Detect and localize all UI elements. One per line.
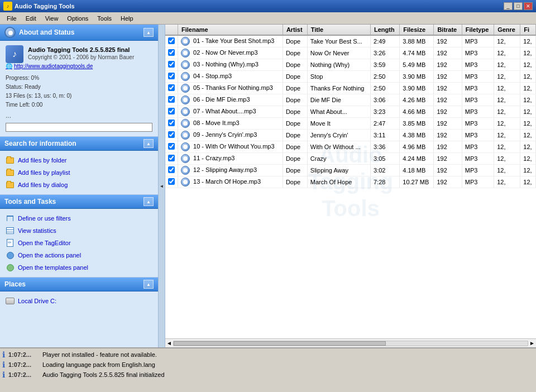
scroll-track[interactable] [173, 341, 528, 346]
row-filetype: MP3 [462, 59, 494, 71]
menu-options[interactable]: Options [63, 14, 93, 23]
table-header-row: Filename Artist Title Length Filesize Bi… [165, 25, 536, 35]
scroll-thumb[interactable] [174, 341, 386, 346]
close-button[interactable]: ✕ [524, 2, 533, 10]
status-line: ℹ 1:07:2... Audio Tagging Tools 2.5.5.82… [2, 370, 534, 380]
open-tageditor[interactable]: Open the TagEditor [6, 237, 152, 249]
define-filters[interactable]: Define or use filters [6, 212, 152, 224]
table-row[interactable]: 12 - Slipping Away.mp3 Dope Slipping Awa… [165, 165, 536, 176]
open-actions-panel[interactable]: Open the actions panel [6, 249, 152, 261]
scroll-left-btn[interactable]: ◄ [166, 340, 172, 346]
local-drive-c[interactable]: Local Drive C: [6, 295, 152, 307]
row-checkbox[interactable] [165, 118, 178, 130]
row-filesize: 10.27 MB [400, 176, 434, 188]
search-collapse-button[interactable]: ▲ [143, 139, 154, 148]
table-row[interactable]: 11 - Crazy.mp3 Dope Crazy 3:05 4.24 MB 1… [165, 153, 536, 165]
menu-edit[interactable]: Edit [21, 14, 41, 23]
table-row[interactable]: 04 - Stop.mp3 Dope Stop 2:50 3.90 MB 192… [165, 71, 536, 83]
table-row[interactable]: 06 - Die MF Die.mp3 Dope Die MF Die 3:06… [165, 94, 536, 106]
row-filename: 04 - Stop.mp3 [178, 71, 283, 83]
files-text: 13 Files (s: 13, us: 0, m: 0) [6, 92, 152, 101]
about-collapse-button[interactable]: ▲ [143, 28, 154, 37]
table-row[interactable]: 09 - Jenny's Cryin'.mp3 Dope Jenny's Cry… [165, 130, 536, 141]
table-row[interactable]: 02 - Now Or Never.mp3 Dope Now Or Never … [165, 47, 536, 59]
minimize-button[interactable]: _ [504, 2, 513, 10]
cd-icon [4, 27, 16, 38]
table-row[interactable]: 08 - Move It.mp3 Dope Move It 2:47 3.85 … [165, 118, 536, 130]
row-length: 2:50 [371, 83, 400, 94]
row-filename: 09 - Jenny's Cryin'.mp3 [178, 130, 283, 141]
row-length: 3:23 [371, 106, 400, 118]
menu-view[interactable]: View [41, 14, 63, 23]
col-bitrate[interactable]: Bitrate [434, 25, 462, 35]
row-checkbox[interactable] [165, 59, 178, 71]
menu-file[interactable]: File [2, 14, 21, 23]
table-row[interactable]: 10 - With Or Without You.mp3 Dope With O… [165, 141, 536, 153]
places-collapse-button[interactable]: ▲ [143, 280, 154, 289]
panel-scroll-arrow[interactable]: ◄ [159, 25, 165, 347]
playlist-icon [6, 168, 15, 177]
add-files-folder[interactable]: Add files by folder [6, 154, 152, 166]
row-checkbox[interactable] [165, 83, 178, 94]
table-row[interactable]: 03 - Nothing (Why).mp3 Dope Nothing (Why… [165, 59, 536, 71]
menu-bar: File Edit View Options Tools Help [0, 12, 536, 25]
col-filetype[interactable]: Filetype [462, 25, 494, 35]
col-length[interactable]: Length [371, 25, 400, 35]
maximize-button[interactable]: □ [514, 2, 523, 10]
row-checkbox[interactable] [165, 35, 178, 47]
table-row[interactable]: 07 - What About....mp3 Dope What About..… [165, 106, 536, 118]
add-files-dialog[interactable]: Add files by dialog [6, 179, 152, 191]
search-section: Search for information ▲ Add files by fo… [0, 137, 158, 195]
music-note-icon [181, 37, 190, 46]
filter-icon [6, 214, 15, 223]
row-artist: Dope [283, 59, 307, 71]
file-list-container[interactable]: AudioTaggingTools Filename Artist Title … [165, 25, 536, 338]
link-icon: 🌐 [6, 63, 12, 69]
row-checkbox[interactable] [165, 71, 178, 83]
row-title: With Or Without ... [307, 141, 370, 153]
status-line: ℹ 1:07:2... Player not installed - featu… [2, 350, 534, 360]
status-message: Audio Tagging Tools 2.5.5.825 final init… [42, 371, 165, 378]
status-message: Loading language pack from English.lang [42, 361, 155, 368]
col-title[interactable]: Title [307, 25, 370, 35]
col-filesize[interactable]: Filesize [400, 25, 434, 35]
row-fi: 12, [520, 141, 536, 153]
row-checkbox[interactable] [165, 47, 178, 59]
open-templates-panel[interactable]: Open the templates panel [6, 261, 152, 274]
music-note-icon [181, 119, 190, 128]
table-row[interactable]: 05 - Thanks For Nothing.mp3 Dope Thanks … [165, 83, 536, 94]
row-checkbox[interactable] [165, 141, 178, 153]
add-files-playlist[interactable]: Add files by playlist [6, 166, 152, 179]
row-filename: 06 - Die MF Die.mp3 [178, 94, 283, 106]
about-header: About and Status ▲ [0, 25, 158, 41]
row-checkbox[interactable] [165, 176, 178, 188]
col-genre[interactable]: Genre [494, 25, 520, 35]
col-fi[interactable]: Fi [520, 25, 536, 35]
row-filetype: MP3 [462, 35, 494, 47]
row-checkbox[interactable] [165, 94, 178, 106]
menu-help[interactable]: Help [116, 14, 138, 23]
row-filetype: MP3 [462, 94, 494, 106]
progress-text: Progress: 0% [6, 74, 152, 83]
tools-collapse-button[interactable]: ▲ [143, 197, 154, 206]
menu-tools[interactable]: Tools [93, 14, 116, 23]
view-statistics[interactable]: View statistics [6, 224, 152, 237]
website-link[interactable]: 🌐 http://www.audiotaggingtools.de [6, 63, 152, 69]
row-artist: Dope [283, 118, 307, 130]
table-row[interactable]: 01 - Take Your Best Shot.mp3 Dope Take Y… [165, 35, 536, 47]
row-checkbox[interactable] [165, 106, 178, 118]
status-info: Progress: 0% Status: Ready 13 Files (s: … [6, 74, 152, 109]
row-artist: Dope [283, 176, 307, 188]
row-checkbox[interactable] [165, 130, 178, 141]
about-content: ♪ Audio Tagging Tools 2.5.5.825 final Co… [0, 41, 158, 137]
row-genre: 12, [494, 71, 520, 83]
scroll-right-btn[interactable]: ► [529, 340, 535, 346]
tools-header: Tools and Tasks ▲ [0, 195, 158, 209]
row-checkbox[interactable] [165, 165, 178, 176]
row-filename: 10 - With Or Without You.mp3 [178, 141, 283, 153]
horizontal-scrollbar[interactable]: ◄ ► [165, 338, 536, 347]
col-filename[interactable]: Filename [178, 25, 283, 35]
col-artist[interactable]: Artist [283, 25, 307, 35]
row-checkbox[interactable] [165, 153, 178, 165]
table-row[interactable]: 13 - March Of Hope.mp3 Dope March Of Hop… [165, 176, 536, 188]
